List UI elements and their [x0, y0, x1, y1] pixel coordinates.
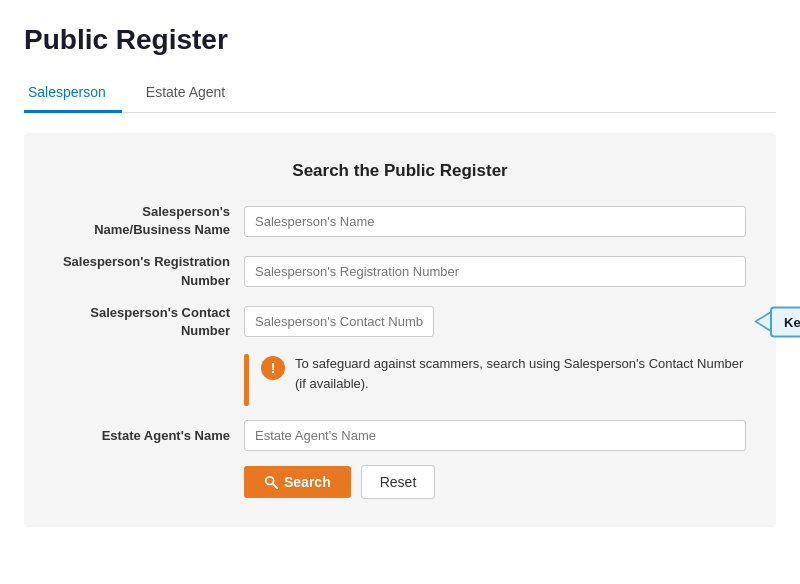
search-button[interactable]: Search — [244, 466, 351, 498]
salesperson-name-input[interactable] — [244, 206, 746, 237]
alert-row: ! To safeguard against scammers, search … — [244, 354, 746, 406]
search-button-label: Search — [284, 474, 331, 490]
search-icon — [264, 475, 278, 489]
estate-agent-name-label: Estate Agent's Name — [54, 427, 244, 445]
salesperson-name-label: Salesperson's Name/Business Name — [54, 203, 244, 239]
salesperson-name-row: Salesperson's Name/Business Name — [54, 203, 746, 239]
form-card-title: Search the Public Register — [54, 161, 746, 181]
search-form-card: Search the Public Register Salesperson's… — [24, 133, 776, 527]
warning-icon: ! — [261, 356, 285, 380]
estate-agent-name-input[interactable] — [244, 420, 746, 451]
buttons-row: Search Reset — [244, 465, 746, 499]
svg-line-1 — [273, 484, 277, 488]
tab-estate-agent[interactable]: Estate Agent — [142, 76, 241, 113]
registration-number-input[interactable] — [244, 256, 746, 287]
tooltip-box: Key in phone number here — [770, 306, 800, 337]
page-title: Public Register — [24, 24, 776, 56]
tab-salesperson[interactable]: Salesperson — [24, 76, 122, 113]
tooltip-arrow-icon — [754, 312, 770, 332]
estate-agent-name-row: Estate Agent's Name — [54, 420, 746, 451]
contact-number-label: Salesperson's Contact Number — [54, 304, 244, 340]
alert-bar — [244, 354, 249, 406]
tabs-container: Salesperson Estate Agent — [24, 76, 776, 113]
registration-number-label: Salesperson's Registration Number — [54, 253, 244, 289]
contact-input-wrapper: Key in phone number here — [244, 306, 746, 337]
reset-button[interactable]: Reset — [361, 465, 436, 499]
alert-text: To safeguard against scammers, search us… — [295, 354, 746, 393]
tooltip-container: Key in phone number here — [754, 306, 800, 337]
contact-number-input[interactable] — [244, 306, 434, 337]
contact-number-row: Salesperson's Contact Number Key in phon… — [54, 304, 746, 340]
registration-number-row: Salesperson's Registration Number — [54, 253, 746, 289]
